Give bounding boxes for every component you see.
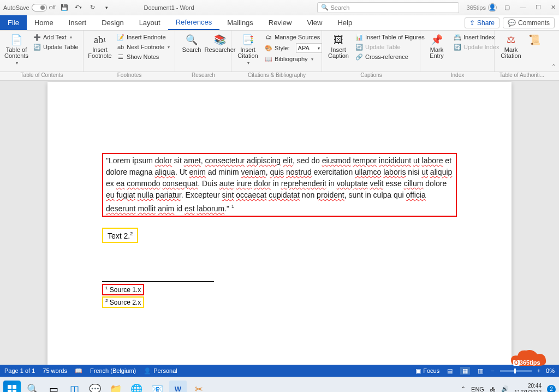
status-bar: Page 1 of 1 75 words 📖 French (Belgium) … — [0, 365, 559, 377]
read-mode-icon[interactable]: ▤ — [445, 367, 455, 375]
researcher-button[interactable]: 📚Researcher — [207, 33, 233, 54]
notification-badge[interactable]: 2 — [547, 385, 556, 393]
focus-mode[interactable]: ▣Focus — [415, 367, 439, 375]
search-taskbar-icon[interactable]: 🔍 — [24, 381, 41, 393]
print-layout-icon[interactable]: ▦ — [460, 367, 470, 375]
tab-insert[interactable]: Insert — [61, 15, 94, 30]
footnote-separator — [102, 281, 214, 282]
ribbon-tabs: File HomeInsertDesignLayoutReferencesMai… — [0, 15, 559, 31]
personal-indicator[interactable]: 👤Personal — [144, 367, 177, 375]
insert-citation-button[interactable]: 📑Insert Citation▾ — [235, 33, 261, 67]
insert-endnote-button[interactable]: 📝Insert Endnote — [115, 33, 171, 41]
paragraph-2-highlighted[interactable]: Text 2.2 — [102, 228, 138, 243]
document-area[interactable]: "Lorem ipsum dolor sit amet, consectetur… — [0, 81, 559, 365]
toggle-switch[interactable] — [32, 4, 47, 11]
mark-citation-button[interactable]: ⚖Mark Citation — [498, 33, 524, 60]
close-icon[interactable]: ✕ — [551, 4, 556, 11]
save-icon[interactable]: 💾 — [60, 3, 69, 12]
search-input[interactable]: 🔍 Search — [317, 2, 459, 13]
insert-footnote-button[interactable]: ab1Insert Footnote — [87, 33, 113, 60]
outlook-icon[interactable]: 📧 — [148, 381, 166, 393]
window-controls: ▢ — ☐ ✕ — [504, 4, 556, 11]
mark-entry-icon: 📌 — [431, 34, 443, 46]
spell-check-icon[interactable]: 📖 — [75, 367, 82, 375]
group-research: 🔍Search 📚Researcher — [175, 31, 231, 72]
add-text-button[interactable]: ➕Add Text▾ — [32, 33, 80, 41]
bibliography-button[interactable]: 📖Bibliography▾ — [263, 55, 324, 63]
tray-chevron-icon[interactable]: ⌃ — [461, 385, 466, 392]
next-footnote-button[interactable]: abNext Footnote▾ — [115, 43, 171, 51]
title-bar: AutoSave Off 💾 ↶▾ ↻ ▾ Document1 - Word 🔍… — [0, 0, 559, 15]
volume-icon[interactable]: 🔊 — [501, 385, 509, 392]
word-icon[interactable]: W — [169, 381, 187, 393]
web-layout-icon[interactable]: ▥ — [475, 367, 485, 375]
edge-icon[interactable]: 🌐 — [128, 381, 145, 393]
table-of-contents-button[interactable]: 📄Table of Contents▾ — [3, 33, 29, 67]
update-icon: 🔄 — [33, 43, 41, 51]
researcher-icon: 📚 — [214, 34, 226, 46]
insert-caption-button[interactable]: 🖼Insert Caption — [325, 33, 352, 60]
footnote-2-highlighted[interactable]: 2 Source 2.x — [102, 296, 144, 308]
bibliography-icon: 📖 — [265, 55, 272, 63]
show-notes-button[interactable]: ☰Show Notes — [115, 52, 171, 61]
start-button[interactable] — [3, 381, 21, 393]
language-indicator[interactable]: French (Belgium) — [90, 367, 136, 374]
manage-sources-button[interactable]: 🗂Manage Sources — [263, 33, 324, 41]
update-caption-table-button[interactable]: 🔄Update Table — [354, 43, 426, 51]
mark-entry-button[interactable]: 📌Mark Entry — [424, 33, 450, 60]
tab-mailings[interactable]: Mailings — [219, 15, 261, 30]
tab-references[interactable]: References — [168, 15, 219, 30]
insert-index-button[interactable]: 📇Insert Index — [452, 33, 501, 41]
task-view-icon[interactable]: ▭ — [45, 381, 62, 393]
show-notes-icon: ☰ — [117, 53, 124, 61]
tab-view[interactable]: View — [299, 15, 330, 30]
tab-review[interactable]: Review — [261, 15, 300, 30]
paragraph-1-highlighted[interactable]: "Lorem ipsum dolor sit amet, consectetur… — [102, 153, 457, 217]
network-icon[interactable]: 🖧 — [490, 386, 496, 393]
redo-icon[interactable]: ↻ — [88, 3, 97, 12]
svg-rect-1 — [13, 385, 16, 389]
tab-help[interactable]: Help — [330, 15, 360, 30]
widgets-icon[interactable]: ◫ — [66, 381, 83, 393]
chat-icon[interactable]: 💬 — [86, 381, 104, 393]
explorer-icon[interactable]: 📁 — [107, 381, 124, 393]
ribbon-options-icon[interactable]: ▢ — [504, 4, 510, 11]
page-indicator[interactable]: Page 1 of 1 — [4, 367, 35, 374]
update-index-button[interactable]: 🔄Update Index — [452, 43, 501, 51]
page[interactable]: "Lorem ipsum dolor sit amet, consectetur… — [47, 82, 512, 365]
collapse-ribbon-icon[interactable]: ⌃ — [551, 63, 556, 69]
word-count[interactable]: 75 words — [43, 367, 67, 374]
group-footnotes: ab1Insert Footnote 📝Insert Endnote abNex… — [84, 31, 175, 72]
footnote-1-highlighted[interactable]: 1 Source 1.x — [102, 284, 144, 295]
user-icon: 👤 — [488, 3, 497, 12]
cross-reference-button[interactable]: 🔗Cross-reference — [354, 52, 426, 61]
snip-icon[interactable]: ✂ — [190, 381, 207, 393]
minimize-icon[interactable]: — — [520, 4, 526, 11]
tab-design[interactable]: Design — [94, 15, 131, 30]
update-table-button[interactable]: 🔄Update Table — [32, 43, 80, 51]
autosave-toggle[interactable]: AutoSave Off — [3, 4, 56, 11]
share-button[interactable]: ⇪Share — [465, 17, 499, 28]
autosave-state: Off — [49, 5, 56, 10]
tab-layout[interactable]: Layout — [132, 15, 168, 30]
comments-button[interactable]: 💬Comments — [503, 17, 555, 28]
account-area[interactable]: 365tips 👤 — [467, 3, 497, 12]
maximize-icon[interactable]: ☐ — [536, 4, 541, 11]
citation-style-select[interactable]: 🎨Style: APA▾ — [263, 43, 324, 54]
tab-home[interactable]: Home — [27, 15, 61, 30]
file-tab[interactable]: File — [0, 15, 27, 30]
footnote-1-text: Source 1.x — [110, 286, 141, 294]
endnote-icon: 📝 — [117, 33, 124, 41]
citation-icon: 📑 — [242, 34, 254, 46]
zoom-out-icon[interactable]: − — [491, 367, 494, 374]
language-indicator-tray[interactable]: ENG — [471, 386, 484, 393]
undo-icon[interactable]: ↶▾ — [74, 3, 83, 12]
comment-icon: 💬 — [508, 19, 516, 27]
insert-table-figures-button[interactable]: 📊Insert Table of Figures — [354, 33, 426, 41]
insert-authorities-button[interactable]: 📜 — [526, 33, 543, 47]
svg-rect-2 — [8, 390, 11, 393]
search-button[interactable]: 🔍Search — [179, 33, 205, 54]
footnote-ref-2: 2 — [130, 231, 133, 236]
clock[interactable]: 20:44 11/01/2022 — [514, 383, 542, 393]
qat-more-icon[interactable]: ▾ — [103, 3, 111, 12]
